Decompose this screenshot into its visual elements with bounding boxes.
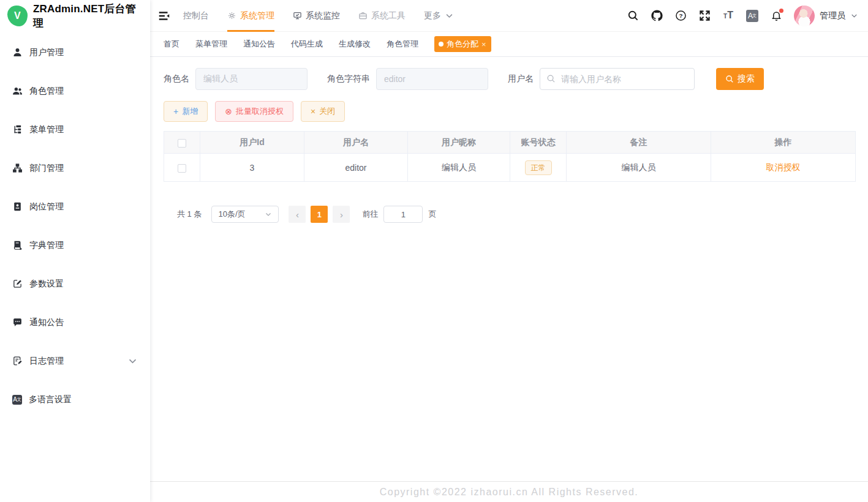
sidebar-item-label: 参数设置 [29,279,64,290]
search-icon [627,10,639,21]
batch-cancel-auth-button[interactable]: ⊗ 批量取消授权 [215,101,293,122]
user-menu[interactable]: 管理员 [794,6,858,26]
active-tab-dot-icon [439,42,443,47]
help-button[interactable]: ? [674,10,687,22]
sidebar-collapse-button[interactable] [157,8,173,24]
sidebar-item-notices[interactable]: 通知公告 [0,303,150,342]
search-button[interactable] [627,10,639,22]
tab-role-management[interactable]: 角色管理 [387,39,418,50]
add-button[interactable]: + 新增 [164,101,208,122]
sidebar-item-roles[interactable]: 角色管理 [0,72,150,110]
plus-icon: + [173,107,178,116]
sidebar-item-label: 日志管理 [29,356,64,367]
cell-nick-name: 编辑人员 [408,154,510,182]
font-size-button[interactable]: TT [722,10,734,22]
cell-user-name: editor [304,154,408,182]
search-icon [546,74,556,83]
sidebar-item-label: 通知公告 [29,317,64,328]
topnav-item-system-management[interactable]: 系统管理 [227,0,274,32]
sidebar-item-label: 菜单管理 [29,124,64,135]
brand: V ZRAdmin.NET后台管理 [0,0,150,32]
cancel-auth-link[interactable]: 取消授权 [766,162,801,172]
prev-page-button[interactable]: ‹ [289,206,306,223]
sidebar-item-menus[interactable]: 菜单管理 [0,110,150,149]
next-page-button[interactable]: › [333,206,350,223]
footer: Copyright ©2022 izhaorui.cn All Rights R… [150,481,868,502]
topnav-item-system-tools[interactable]: 系统工具 [358,0,406,32]
goto-label: 前往 [362,209,378,220]
chevron-down-icon [445,11,454,20]
sidebar-item-departments[interactable]: 部门管理 [0,149,150,187]
topnav-item-console[interactable]: 控制台 [183,0,209,32]
notifications-button[interactable] [770,10,782,22]
column-header: 用户Id [200,132,304,154]
translate-icon: A文 [746,10,758,22]
question-icon: ? [675,10,687,21]
goto-page-input[interactable] [383,206,423,223]
sidebar-item-parameters[interactable]: 参数设置 [0,264,150,303]
user-name-input[interactable] [540,68,695,90]
topnav: 控制台 系统管理 系统监控 系统工具 更多 [183,0,454,32]
select-all-checkbox[interactable] [178,139,186,148]
tab-generate-edit[interactable]: 生成修改 [339,39,371,50]
svg-text:?: ? [679,12,682,19]
app-window: V ZRAdmin.NET后台管理 用户管理 角色管理 菜单管理 部门管理 [0,0,868,502]
sidebar-item-posts[interactable]: 岗位管理 [0,187,150,226]
sidebar-item-label: 多语言设置 [29,394,72,405]
brand-logo-icon: V [7,6,28,26]
tab-menu-management[interactable]: 菜单管理 [195,39,227,50]
roles-icon [12,86,23,96]
sidebar-item-i18n[interactable]: A文 多语言设置 [0,380,150,419]
dictionary-icon [12,240,23,250]
sidebar-item-logs[interactable]: 日志管理 [0,342,150,380]
close-button[interactable]: × 关闭 [301,101,345,122]
sidebar-item-label: 部门管理 [29,163,64,174]
fullscreen-icon [699,10,711,21]
page-number-button[interactable]: 1 [311,206,328,223]
i18n-icon: A文 [12,395,22,405]
tab-role-assignment[interactable]: 角色分配 × [434,36,491,52]
avatar [794,6,815,26]
table-row: 3 editor 编辑人员 正常 编辑人员 取消授权 [164,154,856,182]
row-checkbox[interactable] [178,164,186,173]
table-header-row: 用户Id 用户名 用户昵称 账号状态 备注 操作 [164,132,856,154]
fullscreen-button[interactable] [698,10,711,22]
role-name-input[interactable] [195,68,308,90]
chevron-down-icon [265,211,272,218]
page-size-select[interactable]: 10条/页 [211,206,279,223]
settings-icon [12,279,23,289]
gear-icon [227,11,236,20]
role-key-input[interactable] [376,68,488,90]
search-icon [725,75,734,83]
total-count: 共 1 条 [177,209,202,220]
sidebar: V ZRAdmin.NET后台管理 用户管理 角色管理 菜单管理 部门管理 [0,0,150,502]
sidebar-item-label: 用户管理 [29,47,64,58]
log-icon [12,356,23,366]
page-content: 角色名 角色字符串 用户名 搜索 + 新增 [150,57,868,481]
topbar-actions: ? TT A文 管理员 [627,6,858,26]
sidebar-item-dictionary[interactable]: 字典管理 [0,226,150,264]
search-submit-button[interactable]: 搜索 [716,68,764,90]
github-button[interactable] [651,10,663,22]
filter-form: 角色名 角色字符串 用户名 搜索 [164,68,856,90]
language-switch-button[interactable]: A文 [746,10,758,22]
chevron-down-icon [127,356,138,366]
topnav-item-system-monitor[interactable]: 系统监控 [293,0,340,32]
tab-notices[interactable]: 通知公告 [243,39,275,50]
department-icon [12,163,23,173]
tab-code-generation[interactable]: 代码生成 [291,39,323,50]
tabs-bar: 首页 菜单管理 通知公告 代码生成 生成修改 角色管理 角色分配 × [150,32,868,57]
sidebar-item-label: 字典管理 [29,240,64,251]
sidebar-item-users[interactable]: 用户管理 [0,33,150,72]
user-name-label: 用户名 [508,73,534,84]
topnav-item-more[interactable]: 更多 [424,0,454,32]
notification-badge [779,9,783,13]
tab-close-icon[interactable]: × [481,40,486,48]
sidebar-item-label: 角色管理 [29,86,64,97]
column-header: 账号状态 [510,132,567,154]
post-icon [12,201,23,212]
tab-home[interactable]: 首页 [164,39,179,50]
status-badge: 正常 [525,160,552,175]
users-table: 用户Id 用户名 用户昵称 账号状态 备注 操作 3 editor 编辑人员 [164,131,856,182]
pagination: 共 1 条 10条/页 ‹ 1 › 前往 页 [177,206,856,223]
